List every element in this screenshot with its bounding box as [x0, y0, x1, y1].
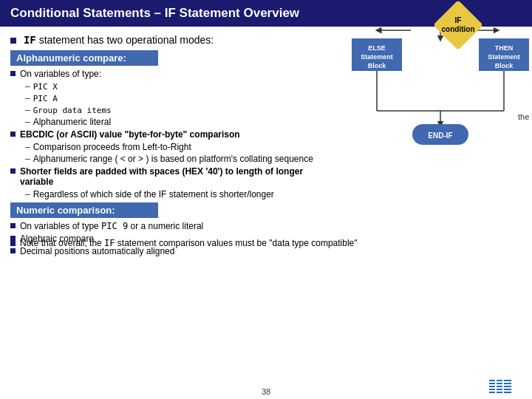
sub-item-group-text: Group data items — [33, 106, 112, 115]
alpha-section: Alphanumeric compare: On variables of ty… — [10, 50, 337, 200]
svg-text:condition: condition — [442, 25, 475, 33]
ebcdic-text: EBCDIC (or ASCII) value "byte-for-byte" … — [20, 129, 240, 140]
sub-item-lr-text: Comparison proceeds from Left-to-Right — [33, 142, 191, 152]
svg-rect-28 — [497, 383, 502, 384]
bullet-icon — [10, 71, 16, 76]
alpha-header: Alphanumeric compare: — [10, 50, 158, 66]
svg-rect-26 — [489, 392, 495, 393]
svg-text:IF: IF — [455, 16, 462, 24]
sub-item-pic-x: – PIC X — [25, 81, 337, 92]
sub-item-alpha-literal: – Alphanumeric literal — [25, 117, 337, 127]
page-number: 38 — [262, 387, 270, 396]
svg-rect-30 — [497, 389, 502, 390]
svg-rect-22 — [489, 380, 495, 381]
sub-item-regardless: – Regardless of which side of the IF sta… — [25, 189, 337, 200]
svg-text:Statement: Statement — [488, 53, 520, 61]
numeric-section: Numeric comparison: On variables of type… — [10, 202, 337, 256]
bullet-icon — [10, 168, 16, 174]
sub-item-pic-a-text: PIC A — [33, 94, 58, 103]
sub-item-regardless-text: Regardless of which side of the IF state… — [33, 189, 274, 200]
dash-icon: – — [25, 154, 30, 164]
bullet-icon — [10, 132, 16, 137]
svg-rect-31 — [497, 392, 502, 393]
svg-text:END-IF: END-IF — [428, 132, 452, 140]
bullet-icon — [10, 38, 16, 44]
numeric-item-1: On variables of type PIC 9 or a numeric … — [10, 221, 337, 231]
page-title: Conditional Statements – IF Statement Ov… — [10, 6, 299, 21]
bullet-icon — [10, 223, 16, 228]
ebcdic-item: EBCDIC (or ASCII) value "byte-for-byte" … — [10, 129, 337, 140]
alpha-item-1: On variables of type: — [10, 69, 337, 79]
dash-icon: – — [25, 142, 30, 152]
svg-rect-34 — [504, 386, 511, 387]
svg-rect-29 — [497, 386, 502, 387]
dash-icon: – — [25, 81, 30, 92]
svg-rect-33 — [504, 383, 511, 384]
flowchart: ELSE Statement Block THEN Statement Bloc… — [352, 22, 529, 268]
sub-item-range: – Alphanumeric range ( < or > ) is based… — [25, 154, 337, 164]
svg-text:the: the — [518, 112, 529, 121]
shorter-fields-item: Shorter fields are padded with spaces (H… — [10, 166, 337, 187]
if-intro-text: statement has two operational modes: — [39, 34, 214, 46]
svg-rect-32 — [504, 380, 511, 381]
sub-item-pic-x-text: PIC X — [33, 82, 58, 92]
numeric-item-1-text: On variables of type PIC 9 or a numeric … — [20, 221, 203, 231]
dash-icon: – — [25, 105, 30, 115]
dash-icon: – — [25, 189, 30, 200]
ibm-logo — [489, 380, 522, 393]
svg-text:Statement: Statement — [361, 53, 393, 61]
numeric-header: Numeric comparison: — [10, 202, 158, 218]
dash-icon: – — [25, 117, 30, 127]
footer-note-text: Note that overall, the IF statement comp… — [20, 238, 358, 248]
svg-text:Block: Block — [495, 62, 514, 69]
svg-text:ELSE: ELSE — [368, 44, 386, 52]
sub-item-lr: – Comparison proceeds from Left-to-Right — [25, 142, 337, 152]
svg-rect-25 — [489, 389, 495, 390]
bullet-icon — [10, 241, 16, 246]
sub-item-range-text: Alphanumeric range ( < or > ) is based o… — [33, 154, 313, 164]
svg-rect-27 — [497, 380, 502, 381]
svg-text:Block: Block — [368, 62, 387, 69]
ibm-logo-svg — [489, 380, 522, 393]
svg-rect-35 — [504, 389, 511, 390]
if-intro-code: IF — [24, 34, 36, 46]
dash-icon: – — [25, 93, 30, 103]
svg-text:THEN: THEN — [495, 44, 514, 52]
svg-rect-24 — [489, 386, 495, 387]
sub-item-pic-a: – PIC A — [25, 93, 337, 103]
alpha-item-1-text: On variables of type: — [20, 69, 101, 79]
bullet-icon — [10, 248, 16, 253]
flowchart-svg: ELSE Statement Block THEN Statement Bloc… — [352, 22, 529, 266]
diamond-container: IF condition — [434, 1, 482, 51]
shorter-fields-text: Shorter fields are padded with spaces (H… — [20, 166, 337, 187]
svg-rect-23 — [489, 383, 495, 384]
if-condition-diamond: IF condition — [434, 1, 482, 49]
svg-rect-36 — [504, 392, 511, 393]
sub-item-alpha-literal-text: Alphanumeric literal — [33, 117, 111, 127]
sub-item-group: – Group data items — [25, 105, 337, 115]
